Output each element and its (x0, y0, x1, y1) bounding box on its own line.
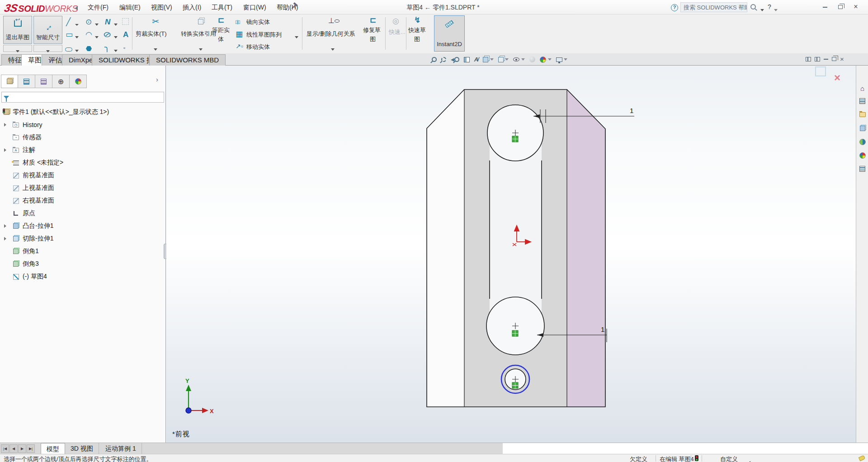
tab-propertymanager[interactable] (18, 75, 35, 88)
rapid-sketch-icon[interactable]: ↯ (414, 16, 420, 24)
repair-sketch-button[interactable]: 修复草 (363, 26, 381, 34)
solidworks-resources-icon[interactable] (858, 97, 867, 105)
tree-item-material[interactable]: 材质 <未指定> (0, 156, 165, 169)
help-circle-icon[interactable]: ? (671, 4, 678, 11)
collapse-menu-icon[interactable] (75, 5, 78, 12)
slot-tool-icon[interactable] (65, 45, 72, 53)
scroll-first-tab-button[interactable]: |◀ (1, 444, 9, 453)
tree-item-top-plane[interactable]: 上视基准面 (0, 182, 165, 194)
convert-entities-button[interactable]: 转换实体引用 (181, 30, 216, 38)
expand-arrow-icon[interactable] (4, 237, 6, 240)
tree-item-sketch4[interactable]: (-) 草图4 (0, 270, 165, 283)
rapid-sketch-button[interactable]: 快速草 (408, 26, 426, 34)
menu-help[interactable]: 帮助(H) (271, 0, 303, 14)
help-menu-button[interactable]: ? (768, 3, 771, 10)
circle-caret-icon[interactable] (95, 20, 99, 27)
display-style-icon[interactable] (498, 56, 509, 63)
tag-icon[interactable] (859, 455, 866, 462)
move-entities-button[interactable]: 移动实体 (246, 43, 270, 51)
panel-collapse-chevron-icon[interactable]: › (156, 75, 158, 83)
tree-item-boss-extrude1[interactable]: 凸台-拉伸1 (0, 220, 165, 232)
search-options-caret-icon[interactable] (760, 6, 764, 13)
polygon-tool-icon[interactable] (86, 45, 92, 52)
text-tool-icon[interactable]: A (123, 31, 128, 38)
show-pane-right-icon[interactable] (815, 57, 820, 61)
feature-tree-filter-input[interactable] (11, 93, 164, 101)
scroll-last-tab-button[interactable]: ▶| (27, 444, 35, 453)
view-settings-icon[interactable] (556, 56, 568, 63)
line-caret-icon[interactable] (75, 20, 79, 27)
tab-displaymanager[interactable] (70, 75, 87, 88)
ellipse-caret-icon[interactable] (114, 33, 118, 40)
trim-entities-icon[interactable]: ✂ (152, 18, 159, 25)
menu-view[interactable]: 视图(V) (146, 0, 178, 14)
mirror-entities-icon[interactable]: ▯|▯ (235, 18, 240, 26)
ellipse-tool-icon[interactable]: ⊘ (103, 31, 112, 38)
doc-close-icon[interactable]: × (840, 55, 844, 63)
zoom-to-fit-icon[interactable] (432, 57, 437, 62)
appearances-scenes-icon[interactable] (858, 151, 867, 160)
mirror-entities-button[interactable]: 镜向实体 (246, 18, 270, 26)
tab-3d-views[interactable]: 3D 视图 (65, 443, 99, 454)
spline-caret-icon[interactable] (114, 20, 118, 27)
point-tool-icon[interactable]: ▫ (123, 44, 125, 52)
menu-insert[interactable]: 插入(I) (177, 0, 207, 14)
doc-minimize-icon[interactable] (824, 59, 828, 60)
instant2d-button[interactable]: Instant2D (434, 15, 465, 52)
apply-scene-icon[interactable] (540, 56, 552, 63)
tree-item-cut-extrude1[interactable]: 切除-拉伸1 (0, 232, 165, 245)
zoom-to-area-icon[interactable] (441, 57, 446, 62)
offset-entities-button[interactable]: 等距实 (212, 26, 230, 34)
graphics-viewport[interactable]: 1 1 Y X *前视 × (166, 66, 856, 443)
tree-item-chamfer3[interactable]: 倒角3 (0, 258, 165, 270)
tab-featuremanager[interactable] (1, 75, 18, 88)
help-caret-icon[interactable] (774, 6, 778, 13)
circle-tool-icon[interactable]: ⊙ (85, 18, 92, 26)
smart-dimension-button[interactable]: ↔ 智能尺寸 (33, 16, 62, 44)
tree-item-right-plane[interactable]: 右视基准面 (0, 194, 165, 207)
search-input[interactable] (680, 2, 747, 12)
show-pane-left-icon[interactable] (806, 57, 811, 61)
hide-show-items-icon[interactable] (513, 56, 525, 63)
line-tool-icon[interactable]: ╱ (66, 18, 71, 26)
tab-configurationmanager[interactable] (35, 75, 52, 88)
tab-motion-study1[interactable]: 运动算例 1 (100, 443, 142, 454)
scroll-prev-tab-button[interactable]: ◀ (9, 444, 18, 453)
tab-model[interactable]: 模型 (41, 443, 65, 454)
fillet-caret-icon[interactable] (114, 47, 118, 53)
trim-entities-button[interactable]: 剪裁实体(T) (136, 30, 167, 38)
rectangle-caret-icon[interactable] (75, 33, 79, 40)
confirmation-corner-sketch-icon[interactable] (815, 66, 826, 76)
slot-caret-icon[interactable] (75, 47, 79, 53)
previous-view-icon[interactable]: ◀ (451, 57, 459, 62)
display-relations-icon[interactable]: ⊥ (328, 17, 340, 24)
design-library-icon[interactable] (858, 110, 867, 119)
tree-root-part[interactable]: 零件1 (默认<<默认>_显示状态 1>) (0, 106, 165, 118)
fillet-tool-icon[interactable]: ╮ (104, 43, 109, 51)
linear-pattern-icon[interactable]: ▦ (236, 30, 243, 38)
rectangle-tool-icon[interactable]: ▭ (66, 31, 73, 38)
offset-entities-icon[interactable]: ⊏ (218, 16, 224, 24)
menu-tools[interactable]: 工具(T) (206, 0, 238, 14)
linear-pattern-button[interactable]: 线性草图阵列 (246, 31, 282, 39)
convert-caret-icon[interactable] (199, 45, 203, 52)
exit-sketch-dropdown[interactable] (3, 45, 32, 52)
menu-window[interactable]: 窗口(W) (238, 0, 272, 14)
expand-arrow-icon[interactable] (4, 123, 6, 127)
view-orientation-icon[interactable] (483, 56, 494, 63)
tree-item-history[interactable]: ◷ History (0, 118, 165, 131)
arc-caret-icon[interactable] (95, 33, 99, 40)
units-caret-icon[interactable] (748, 458, 752, 462)
search-icon[interactable] (750, 4, 756, 11)
move-entities-icon[interactable]: ↗▫ (236, 42, 243, 50)
annotation-view-icon[interactable]: A̸ (474, 56, 478, 63)
arc-tool-icon[interactable]: ◠ (85, 31, 92, 38)
doc-restore-icon[interactable] (832, 57, 836, 61)
tree-item-front-plane[interactable]: 前视基准面 (0, 169, 165, 182)
tree-item-annotations[interactable]: A 注解 (0, 144, 165, 156)
restore-button[interactable] (835, 3, 846, 12)
display-relations-caret-icon[interactable] (331, 45, 335, 52)
expand-arrow-icon[interactable] (4, 224, 6, 228)
file-explorer-icon[interactable] (858, 124, 867, 132)
scroll-next-tab-button[interactable]: ▶ (18, 444, 26, 453)
